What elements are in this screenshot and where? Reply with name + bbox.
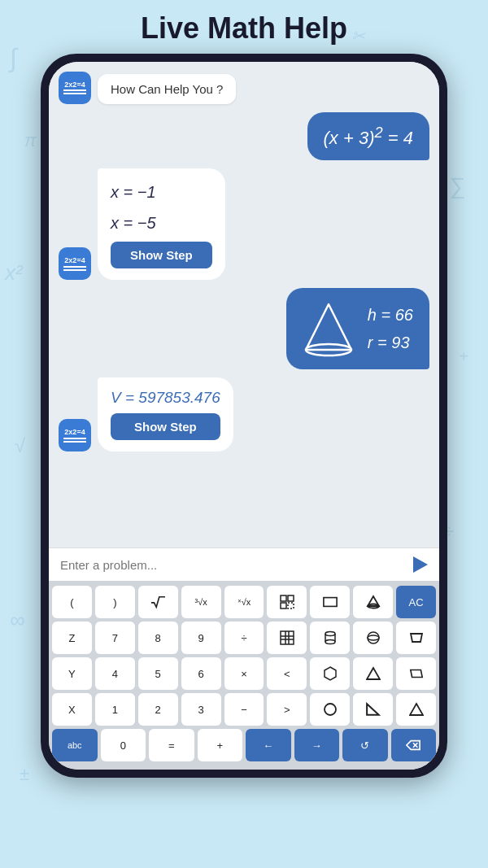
key-grid[interactable] xyxy=(267,586,307,618)
key-right-triangle[interactable] xyxy=(353,693,393,726)
user-cone-row: h = 66 r = 93 xyxy=(59,288,429,369)
svg-marker-23 xyxy=(410,670,421,678)
svg-rect-9 xyxy=(281,631,294,644)
key-cbrt[interactable]: ³√x xyxy=(181,586,221,618)
key-2[interactable]: 2 xyxy=(138,693,178,726)
triangle-up-icon xyxy=(409,702,424,717)
key-5[interactable]: 5 xyxy=(138,657,178,690)
key-less-than[interactable]: < xyxy=(267,657,307,690)
svg-rect-5 xyxy=(288,603,294,608)
svg-marker-20 xyxy=(411,634,422,642)
key-divide[interactable]: ÷ xyxy=(224,622,264,654)
backspace-icon xyxy=(406,738,420,752)
key-3[interactable]: 3 xyxy=(181,693,221,726)
3d-triangle-icon xyxy=(366,595,381,609)
key-triangle-up[interactable] xyxy=(396,693,436,726)
key-8[interactable]: 8 xyxy=(138,622,178,654)
key-open-paren[interactable]: ( xyxy=(52,586,92,618)
input-bar xyxy=(49,547,439,581)
bot-volume-bubble: V = 597853.476 Show Step xyxy=(98,377,233,451)
bot-avatar-3: 2x2=4 xyxy=(59,419,91,451)
key-left-arrow[interactable]: ← xyxy=(246,729,291,761)
key-cylinder[interactable] xyxy=(310,622,350,654)
key-plus[interactable]: + xyxy=(198,729,243,761)
user-equation-bubble: (x + 3)2 = 4 xyxy=(307,112,429,160)
svg-marker-27 xyxy=(407,741,420,750)
key-sphere[interactable] xyxy=(353,622,393,654)
key-9[interactable]: 9 xyxy=(181,622,221,654)
key-nthrt[interactable]: ˣ√x xyxy=(224,586,264,618)
bot-solution-row: 2x2=4 x = −1 x = −5 Show Step xyxy=(59,168,429,280)
right-triangle-icon xyxy=(366,702,381,717)
svg-marker-22 xyxy=(367,668,380,679)
key-sqrt[interactable] xyxy=(138,586,178,618)
key-1[interactable]: 1 xyxy=(95,693,135,726)
key-abc[interactable]: abc xyxy=(52,729,98,761)
key-matrix[interactable] xyxy=(267,622,307,654)
send-button[interactable] xyxy=(413,556,428,573)
key-parallelogram[interactable] xyxy=(396,657,436,690)
problem-input[interactable] xyxy=(60,558,413,572)
keyboard-row-4: X 1 2 3 − > xyxy=(52,693,436,726)
key-trapezoid[interactable] xyxy=(396,622,436,654)
svg-rect-4 xyxy=(281,603,286,608)
svg-rect-6 xyxy=(324,598,337,607)
show-step-button-1[interactable]: Show Step xyxy=(111,242,212,268)
key-triangle-3d[interactable] xyxy=(353,586,393,618)
user-equation-row: (x + 3)2 = 4 xyxy=(59,112,429,160)
bot-avatar: 2x2=4 xyxy=(59,72,91,104)
greeting-row: 2x2=4 How Can Help You ? xyxy=(59,72,429,104)
key-circle[interactable] xyxy=(310,693,350,726)
bot-avatar-2: 2x2=4 xyxy=(59,247,91,280)
sqrt-icon xyxy=(150,595,165,609)
keyboard-row-1: ( ) ³√x ˣ√x xyxy=(52,586,436,618)
key-4[interactable]: 4 xyxy=(95,657,135,690)
key-close-paren[interactable]: ) xyxy=(95,586,135,618)
parallelogram-icon xyxy=(409,666,424,681)
key-multiply[interactable]: × xyxy=(224,657,264,690)
key-undo[interactable]: ↺ xyxy=(342,729,388,761)
key-7[interactable]: 7 xyxy=(95,622,135,654)
chat-area: 2x2=4 How Can Help You ? (x + 3)2 = 4 2x… xyxy=(49,62,439,547)
solution-line-2: x = −5 xyxy=(111,211,156,235)
show-step-button-2[interactable]: Show Step xyxy=(111,413,220,440)
key-y[interactable]: Y xyxy=(52,657,92,690)
keyboard-row-2: Z 7 8 9 ÷ xyxy=(52,622,436,654)
solution-line-1: x = −1 xyxy=(111,180,156,204)
svg-marker-25 xyxy=(367,704,379,715)
matrix-icon xyxy=(280,630,294,645)
circle-icon xyxy=(323,702,338,717)
key-backspace[interactable] xyxy=(391,729,437,761)
key-equals[interactable]: = xyxy=(149,729,194,761)
hexagon-icon xyxy=(323,666,338,681)
svg-rect-2 xyxy=(281,595,286,601)
send-arrow-icon xyxy=(413,556,428,573)
svg-rect-3 xyxy=(288,595,294,601)
key-greater-than[interactable]: > xyxy=(267,693,307,726)
svg-marker-0 xyxy=(306,304,351,350)
keyboard-row-3: Y 4 5 6 × < xyxy=(52,657,436,690)
key-ac[interactable]: AC xyxy=(396,586,436,618)
key-z[interactable]: Z xyxy=(52,622,92,654)
key-x[interactable]: X xyxy=(52,693,92,726)
bot-volume-row: 2x2=4 V = 597853.476 Show Step xyxy=(59,377,429,451)
key-triangle-outline[interactable] xyxy=(353,657,393,690)
key-0[interactable]: 0 xyxy=(101,729,146,761)
key-hexagon[interactable] xyxy=(310,657,350,690)
phone-screen: 2x2=4 How Can Help You ? (x + 3)2 = 4 2x… xyxy=(49,62,439,770)
triangle-outline-icon xyxy=(366,666,381,681)
phone-frame: 2x2=4 How Can Help You ? (x + 3)2 = 4 2x… xyxy=(41,54,447,778)
svg-marker-26 xyxy=(410,704,423,715)
math-keyboard: ( ) ³√x ˣ√x xyxy=(49,581,439,770)
key-rectangle[interactable] xyxy=(310,586,350,618)
cylinder-icon xyxy=(323,630,338,645)
svg-marker-21 xyxy=(325,667,336,680)
key-right-arrow[interactable]: → xyxy=(294,729,340,761)
cone-values: h = 66 r = 93 xyxy=(368,301,413,356)
key-minus[interactable]: − xyxy=(224,693,264,726)
svg-point-18 xyxy=(368,632,379,643)
trapezoid-icon xyxy=(409,630,424,645)
key-6[interactable]: 6 xyxy=(181,657,221,690)
volume-value: V = 597853.476 xyxy=(111,389,220,407)
page-title: Live Math Help xyxy=(0,0,488,54)
